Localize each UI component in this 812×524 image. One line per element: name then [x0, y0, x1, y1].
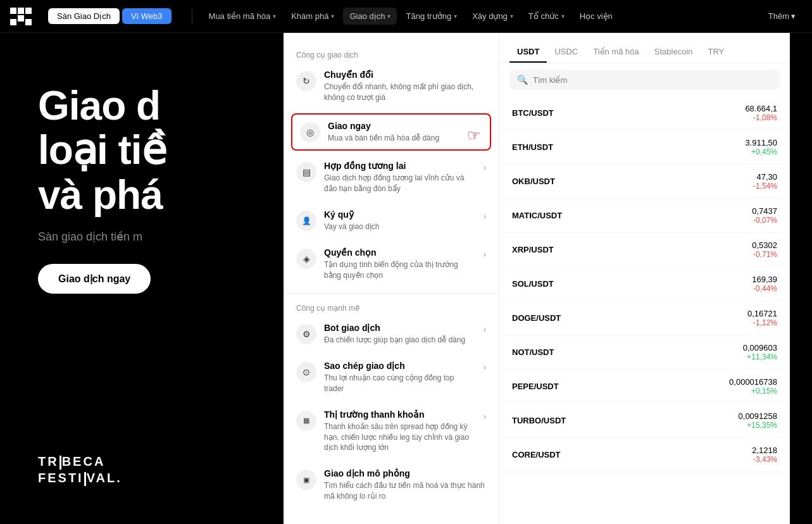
- table-row[interactable]: CORE/USDT 2,1218 -3,43%: [502, 438, 787, 472]
- menu-desc-giao-ngay: Mua và bán tiền mã hóa dễ dàng: [328, 133, 482, 144]
- menu-item-ky-quy[interactable]: 👤 Ký quỹ Vay và giao dịch ›: [284, 202, 499, 240]
- table-row[interactable]: SOL/USDT 169,39 -0,44%: [502, 267, 787, 301]
- nav-item-to-chuc[interactable]: Tổ chức ▾: [522, 8, 571, 25]
- menu-item-sao-chep[interactable]: ⊙ Sao chép giao dịch Thu lợi nhuận cao c…: [284, 353, 499, 402]
- menu-item-thi-truong[interactable]: ▦ Thị trường thanh khoản Thanh khoản sâu…: [284, 402, 499, 461]
- convert-icon: ↻: [296, 71, 316, 91]
- options-icon: ◈: [296, 249, 316, 269]
- menu-title-mo-phong: Giao dịch mô phỏng: [324, 468, 486, 478]
- change-doge: -1,12%: [747, 318, 777, 327]
- arrow-icon: ›: [484, 363, 486, 372]
- menu-item-giao-ngay[interactable]: ◎ Giao ngay Mua và bán tiền mã hóa dễ dà…: [291, 113, 491, 151]
- table-row[interactable]: DOGE/USDT 0,16721 -1,12%: [502, 301, 787, 335]
- hero-subtitle: Sàn giao dịch tiền m: [38, 230, 166, 244]
- arrow-icon: ›: [484, 325, 486, 334]
- menu-desc-sao-chep: Thu lợi nhuận cao cùng cộng đồng top tra…: [324, 373, 476, 394]
- pair-btc: BTC/USDT: [512, 108, 554, 118]
- menu-desc-ky-quy: Vay và giao dịch: [324, 221, 476, 232]
- svg-rect-4: [10, 19, 16, 25]
- table-row[interactable]: MATIC/USDT 0,7437 -0,07%: [502, 199, 787, 233]
- chevron-down-icon: ▾: [454, 13, 457, 20]
- dropdown-panel: Công cụ giao dịch ↻ Chuyển đổi Chuyển đổ…: [284, 33, 790, 524]
- nav-item-giao-dich[interactable]: Giao dịch ▾: [343, 8, 397, 25]
- svg-rect-1: [18, 8, 24, 14]
- tab-usdc[interactable]: USDC: [547, 42, 585, 63]
- chevron-down-icon: ▾: [331, 13, 334, 20]
- menu-title-giao-ngay: Giao ngay: [328, 121, 482, 131]
- pair-sol: SOL/USDT: [512, 279, 554, 289]
- price-pepe: 0,000016738: [729, 377, 777, 387]
- menu-title-sao-chep: Sao chép giao dịch: [324, 361, 476, 371]
- pair-okb: OKB/USDT: [512, 177, 555, 186]
- table-row[interactable]: BTC/USDT 68.664,1 -1,08%: [502, 96, 787, 130]
- nav-item-kham-pha[interactable]: Khám phá ▾: [285, 8, 340, 25]
- tab-vi-web3[interactable]: Ví Web3: [122, 8, 172, 24]
- nav-item-them[interactable]: Thêm ▾: [762, 8, 802, 25]
- pair-xrp: XRP/USDT: [512, 245, 554, 254]
- search-input[interactable]: [533, 75, 772, 85]
- menu-item-hop-dong[interactable]: ▤ Hợp đồng tương lai Giao dịch hợp đồng …: [284, 153, 499, 202]
- menu-item-quyen-chon[interactable]: ◈ Quyền chọn Tận dụng tính biến động của…: [284, 240, 499, 289]
- chevron-down-icon: ▾: [387, 13, 390, 20]
- nav-tabs: Sàn Giao Dịch Ví Web3: [48, 8, 172, 24]
- change-not: +11,34%: [743, 352, 777, 361]
- market-tabs: USDT USDC Tiền mã hóa Stablecoin TRY: [499, 33, 790, 63]
- nav-right: Thêm ▾: [762, 8, 802, 25]
- change-turbo: +15,35%: [739, 421, 777, 430]
- liquidity-icon: ▦: [296, 411, 316, 431]
- tab-tien-ma-hoa[interactable]: Tiền mã hóa: [585, 42, 647, 63]
- table-row[interactable]: XRP/USDT 0,5302 -0,71%: [502, 233, 787, 267]
- nav-item-hoc-vien[interactable]: Học viện: [573, 8, 619, 25]
- nav-item-mua[interactable]: Mua tiền mã hóa ▾: [203, 8, 283, 25]
- search-icon: 🔍: [517, 75, 528, 85]
- menu-item-chuyen-doi[interactable]: ↻ Chuyển đổi Chuyển đổi nhanh, không mất…: [284, 62, 499, 111]
- menu-item-mo-phong[interactable]: ▣ Giao dịch mô phỏng Tìm hiểu cách đầu t…: [284, 461, 499, 509]
- menu-item-bot[interactable]: ⚙ Bot giao dịch Đa chiến lược giúp bạn g…: [284, 315, 499, 353]
- nav-item-tang-truong[interactable]: Tăng trưởng ▾: [399, 8, 463, 25]
- table-row[interactable]: PEPE/USDT 0,000016738 +0,15%: [502, 370, 787, 404]
- tab-san-giao-dich[interactable]: Sàn Giao Dịch: [48, 8, 120, 24]
- menu-desc-bot: Đa chiến lược giúp bạn giao dịch dễ dàng: [324, 335, 476, 346]
- table-row[interactable]: ETH/USDT 3.911,50 +0,45%: [502, 130, 787, 165]
- tab-usdt[interactable]: USDT: [509, 42, 547, 63]
- search-box[interactable]: 🔍: [509, 70, 780, 90]
- pair-eth: ETH/USDT: [512, 142, 553, 152]
- menu-desc-quyen-chon: Tận dụng tính biến động của thị trường b…: [324, 259, 476, 281]
- nav-item-xay-dung[interactable]: Xây dựng ▾: [466, 8, 520, 25]
- hero-cta-button[interactable]: Giao dịch ngay: [38, 264, 151, 294]
- hero-title: Giao d loại tiề và phá: [38, 84, 166, 217]
- svg-rect-3: [18, 15, 24, 22]
- margin-icon: 👤: [296, 211, 316, 231]
- menu-title-hop-dong: Hợp đồng tương lai: [324, 161, 476, 171]
- price-eth: 3.911,50: [745, 138, 777, 147]
- pair-pepe: PEPE/USDT: [512, 382, 559, 391]
- pair-doge: DOGE/USDT: [512, 313, 561, 323]
- change-pepe: +0,15%: [729, 387, 777, 396]
- menu-desc-thi-truong: Thanh khoản sâu trên spread hợp đồng kỳ …: [324, 421, 476, 453]
- price-btc: 68.664,1: [745, 104, 777, 113]
- nav-menu: Mua tiền mã hóa ▾ Khám phá ▾ Giao dịch ▾…: [203, 8, 757, 25]
- change-btc: -1,08%: [745, 113, 777, 122]
- table-row[interactable]: OKB/USDT 47,30 -1,54%: [502, 165, 787, 199]
- section-title-powerful: Công cụ mạnh mẽ: [284, 299, 499, 315]
- menu-title-bot: Bot giao dịch: [324, 323, 476, 333]
- tab-stablecoin[interactable]: Stablecoin: [647, 42, 701, 63]
- menu-title-chuyen-doi: Chuyển đổi: [324, 70, 486, 80]
- change-eth: +0,45%: [745, 147, 777, 156]
- price-core: 2,1218: [752, 446, 777, 455]
- nav-divider: [192, 9, 192, 24]
- logo[interactable]: [10, 8, 35, 25]
- menu-column: Công cụ giao dịch ↻ Chuyển đổi Chuyển đổ…: [284, 33, 499, 524]
- price-sol: 169,39: [752, 275, 777, 284]
- table-row[interactable]: NOT/USDT 0,009603 +11,34%: [502, 335, 787, 370]
- svg-rect-2: [25, 8, 32, 14]
- svg-rect-5: [25, 19, 32, 25]
- navbar: Sàn Giao Dịch Ví Web3 Mua tiền mã hóa ▾ …: [0, 0, 812, 33]
- chevron-down-icon: ▾: [561, 13, 565, 20]
- price-okb: 47,30: [753, 172, 777, 182]
- price-matic: 0,7437: [752, 206, 777, 216]
- arrow-icon: ›: [484, 250, 486, 259]
- table-row[interactable]: TURBO/USDT 0,0091258 +15,35%: [502, 404, 787, 438]
- tab-try[interactable]: TRY: [701, 42, 732, 63]
- price-xrp: 0,5302: [752, 240, 777, 250]
